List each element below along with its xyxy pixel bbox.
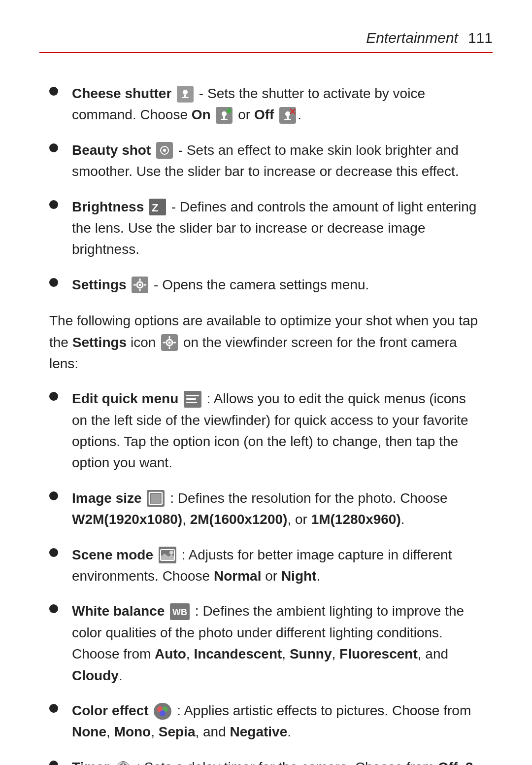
svg-rect-7 [221,119,228,120]
white-balance-icon: WB [170,603,190,620]
bullet-dot [49,143,58,152]
brightness-icon: Z [149,199,166,215]
svg-point-8 [227,108,232,113]
option-label: 2M(1600x1200) [190,512,288,527]
color-effect-item: Color effect : Applies artistic effects … [72,700,483,743]
settings-gear-icon [161,334,178,351]
svg-rect-3 [182,97,189,98]
scene-mode-item: Scene mode : Adjusts for better image ca… [72,544,483,587]
edit-quick-menu-item: Edit quick menu : Allows you to edit the… [72,388,483,474]
mic-icon [177,86,194,103]
svg-rect-30 [169,336,170,339]
svg-point-43 [169,551,173,555]
page-number: 111 [468,30,493,46]
option-label: 1M(1280x960) [311,512,401,527]
svg-point-22 [139,284,141,286]
page-header: Entertainment 111 [39,30,493,53]
term-label: Brightness [72,199,144,214]
term-label: Timer [72,760,109,765]
timer-icon [115,759,132,765]
list-item: Beauty shot - Sets an effect to make ski… [49,139,483,182]
svg-rect-24 [139,289,141,291]
svg-rect-12 [284,119,291,120]
main-content: Cheese shutter - Sets the shutter to act… [39,83,493,765]
option-label: W2M(1920x1080) [72,512,182,527]
bullet-dot [49,87,58,96]
svg-rect-35 [186,395,199,396]
list-item: Timer : Sets a delay timer for the camer… [49,757,483,765]
option-label: Cloudy [72,668,119,683]
beauty-shot-item: Beauty shot - Sets an effect to make ski… [72,139,483,182]
term-label: Settings [72,277,126,292]
term-label: Scene mode [72,547,153,562]
bullet-dot [49,548,58,557]
term-label: Color effect [72,703,149,718]
svg-point-29 [168,342,171,344]
option-label: Negative [230,724,288,739]
term-label: Image size [72,490,142,506]
svg-rect-36 [186,398,196,400]
bullet-dot [49,704,58,713]
svg-text:WB: WB [172,607,187,617]
intro-paragraph: The following options are available to o… [49,310,483,374]
svg-rect-23 [139,278,141,281]
option-label: Mono [114,724,151,739]
page-container: Entertainment 111 Cheese shutter - Sets … [0,0,532,765]
option-label: None [72,724,106,739]
option-label: Sepia [159,724,196,739]
on-icon [216,107,233,124]
scene-mode-icon [159,547,176,563]
option-label: Incandescent [194,646,282,661]
svg-rect-40 [151,494,161,503]
bullet-dot [49,278,58,287]
svg-rect-37 [186,402,197,403]
option-label: Auto [155,646,186,661]
option-label: Night [281,568,317,584]
svg-rect-54 [122,761,125,763]
settings-bullet-list: Edit quick menu : Allows you to edit the… [49,388,483,765]
list-item: Edit quick menu : Allows you to edit the… [49,388,483,474]
term-label: Cheese shutter [72,86,171,101]
settings-item: Settings - Opens the camera settings men… [72,274,483,295]
svg-point-1 [183,90,188,95]
white-balance-item: White balance WB : Defines the ambient l… [72,600,483,686]
off-label: Off [254,107,274,122]
list-item: Brightness Z - Defines and controls the … [49,196,483,260]
svg-rect-32 [163,342,166,344]
term-label: Beauty shot [72,142,151,158]
beauty-icon [156,142,173,159]
list-item: White balance WB : Defines the ambient l… [49,600,483,686]
bullet-dot [49,200,58,209]
image-size-icon [147,490,165,507]
settings-icon [132,277,148,293]
option-label: Sunny [290,646,332,661]
svg-text:Z: Z [152,202,158,214]
option-label: Fluorescent [339,646,418,661]
bullet-dot [49,491,58,500]
chapter-title: Entertainment [366,30,458,46]
first-bullet-list: Cheese shutter - Sets the shutter to act… [49,83,483,295]
color-effect-icon [154,703,171,720]
option-label: Off [438,760,458,765]
svg-rect-33 [173,342,176,344]
option-label: 3 sec [72,760,473,765]
bullet-dot [49,392,58,401]
svg-rect-26 [144,284,146,286]
list-item: Color effect : Applies artistic effects … [49,700,483,743]
on-label: On [192,107,211,122]
list-item: Cheese shutter - Sets the shutter to act… [49,83,483,126]
bullet-dot [49,604,58,613]
list-item: Image size : Defines the resolution for … [49,487,483,530]
timer-item: Timer : Sets a delay timer for the camer… [72,757,483,765]
list-item: Scene mode : Adjusts for better image ca… [49,544,483,587]
option-label: Normal [214,568,261,584]
cheese-shutter-item: Cheese shutter - Sets the shutter to act… [72,83,483,126]
bullet-dot [49,761,58,765]
image-size-item: Image size : Defines the resolution for … [72,487,483,530]
svg-rect-25 [133,284,136,286]
edit-quick-icon [184,391,201,408]
term-label: White balance [72,603,165,619]
svg-point-49 [160,710,166,716]
svg-point-10 [285,111,290,116]
svg-point-17 [163,149,166,152]
